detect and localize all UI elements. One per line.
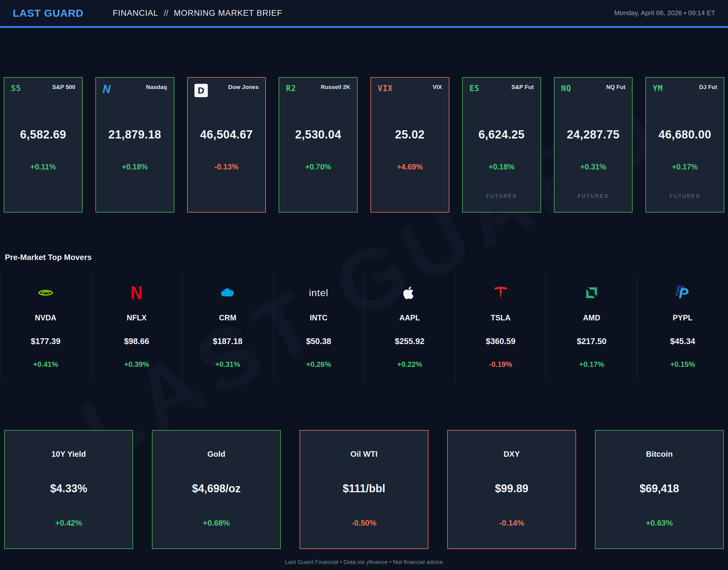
index-card-header: D Dow Jones: [194, 84, 259, 98]
mover-item: AAPL $255.92 +0.22%: [364, 273, 455, 381]
mover-ticker: AMD: [583, 313, 600, 322]
mover-ticker: NFLX: [127, 313, 147, 322]
index-value: 21,879.18: [103, 128, 167, 141]
mover-change: +0.17%: [579, 360, 604, 369]
index-card: ES S&P Fut 6,624.25 +0.18% FUTURES: [462, 77, 541, 213]
index-card-header: VIX VIX: [378, 84, 442, 98]
tesla-logo: [493, 283, 509, 302]
index-symbol: R2: [286, 84, 296, 93]
index-card-header: N Nasdaq: [103, 84, 167, 98]
macro-name: DXY: [504, 450, 520, 459]
index-name: Dow Jones: [228, 84, 258, 90]
index-name: S&P Fut: [511, 84, 534, 90]
salesforce-logo: [219, 283, 236, 302]
macro-cards-row: 10Y Yield $4.33% +0.42% Gold $4,698/oz +…: [4, 430, 724, 549]
premarket-movers-heading: Pre-Market Top Movers: [5, 253, 728, 264]
mover-ticker: AAPL: [399, 313, 420, 322]
index-card: N Nasdaq 21,879.18 +0.18%: [96, 77, 174, 213]
header: LAST GUARD FINANCIAL // MORNING MARKET B…: [0, 0, 728, 28]
index-symbol: YM: [653, 84, 663, 93]
index-value: 25.02: [378, 128, 442, 141]
mover-change: +0.31%: [215, 360, 240, 369]
mover-change: +0.41%: [33, 360, 58, 369]
datetime: Monday, April 06, 2026 • 09:14 ET: [614, 9, 715, 17]
index-change: +0.70%: [286, 163, 350, 171]
section-label: FINANCIAL: [113, 8, 158, 18]
index-card: R2 Russell 2K 2,530.04 +0.70%: [279, 77, 358, 213]
futures-label: [286, 193, 350, 199]
mover-ticker: NVDA: [35, 313, 56, 322]
index-value: 46,504.67: [194, 128, 259, 141]
index-change: +0.31%: [561, 163, 625, 171]
index-change: +4.69%: [378, 163, 442, 171]
macro-card: DXY $99.89 -0.14%: [447, 430, 576, 549]
index-card: YM DJ Fut 46,680.00 +0.17% FUTURES: [646, 77, 724, 213]
index-card: NQ NQ Fut 24,287.75 +0.31% FUTURES: [554, 77, 633, 213]
futures-label: [378, 193, 442, 199]
index-card: D Dow Jones 46,504.67 -0.13%: [187, 77, 266, 213]
macro-value: $4,698/oz: [192, 482, 241, 495]
index-change: +0.17%: [653, 163, 717, 171]
amd-logo: [584, 283, 599, 302]
index-value: 46,680.00: [653, 128, 717, 141]
macro-value: $4.33%: [50, 482, 87, 495]
nvidia-logo: [37, 283, 54, 302]
macro-change: +0.68%: [203, 518, 230, 528]
mover-item: AMD $217.50 +0.17%: [546, 273, 637, 381]
breadcrumb-separator: //: [164, 8, 168, 18]
index-card-header: YM DJ Fut: [653, 84, 717, 98]
mover-ticker: INTC: [310, 313, 328, 322]
mover-ticker: PYPL: [673, 313, 693, 322]
macro-card: Bitcoin $69,418 +0.63%: [595, 430, 724, 549]
mover-change: -0.19%: [489, 360, 512, 369]
futures-label: FUTURES: [561, 193, 625, 199]
footer-text: Last Guard Financial • Data via yfinance…: [0, 559, 728, 565]
index-symbol: N: [103, 84, 111, 95]
index-name: DJ Fut: [699, 84, 717, 90]
index-symbol: ES: [470, 84, 480, 93]
mover-price: $50.38: [306, 337, 331, 346]
mover-item: N NFLX $98.66 +0.39%: [91, 273, 182, 381]
index-change: +0.18%: [470, 163, 534, 171]
mover-change: +0.15%: [670, 360, 695, 369]
macro-card: Oil WTI $111/bbl -0.50%: [300, 430, 428, 549]
macro-card: 10Y Yield $4.33% +0.42%: [4, 430, 133, 549]
page-title: MORNING MARKET BRIEF: [174, 8, 282, 18]
mover-price: $217.50: [577, 337, 606, 346]
index-value: 24,287.75: [561, 128, 625, 141]
mover-ticker: TSLA: [491, 313, 511, 322]
mover-price: $98.66: [124, 337, 149, 346]
mover-item: PP PYPL $45.34 +0.15%: [637, 273, 728, 381]
mover-price: $177.39: [31, 337, 60, 346]
mover-item: intel INTC $50.38 +0.26%: [273, 273, 364, 381]
index-symbol: VIX: [378, 84, 393, 93]
futures-label: [11, 193, 75, 199]
index-value: 2,530.04: [286, 128, 350, 141]
index-symbol: NQ: [561, 84, 571, 93]
mover-change: +0.22%: [397, 360, 422, 369]
index-name: Nasdaq: [146, 84, 167, 90]
index-card-header: ES S&P Fut: [470, 84, 534, 98]
netflix-logo: N: [131, 283, 143, 302]
index-card-header: S5 S&P 500: [11, 84, 75, 98]
mover-price: $255.92: [395, 337, 424, 346]
mover-change: +0.26%: [306, 360, 331, 369]
mover-price: $187.18: [213, 337, 242, 346]
futures-label: FUTURES: [653, 193, 717, 199]
index-card: S5 S&P 500 6,582.69 +0.11%: [4, 77, 82, 213]
macro-name: Bitcoin: [646, 450, 673, 459]
mover-item: NVDA $177.39 +0.41%: [0, 273, 91, 381]
macro-value: $111/bbl: [343, 482, 385, 495]
intel-logo: intel: [309, 283, 329, 302]
index-card: VIX VIX 25.02 +4.69%: [370, 77, 449, 213]
breadcrumb: FINANCIAL // MORNING MARKET BRIEF: [113, 8, 282, 18]
mover-item: TSLA $360.59 -0.19%: [455, 273, 546, 381]
index-change: -0.13%: [194, 163, 259, 171]
paypal-logo: PP: [675, 283, 691, 302]
mover-ticker: CRM: [219, 313, 236, 322]
macro-name: Gold: [207, 450, 225, 459]
futures-label: [103, 193, 167, 199]
index-card-header: NQ NQ Fut: [561, 84, 625, 98]
movers-row: NVDA $177.39 +0.41% N NFLX $98.66 +0.39%…: [0, 273, 728, 381]
index-name: NQ Fut: [606, 84, 625, 90]
